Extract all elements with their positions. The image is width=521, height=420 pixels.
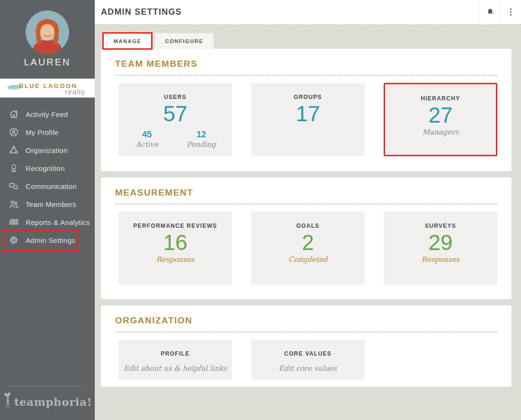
avatar <box>26 10 69 54</box>
section-measurement: MEASUREMENT PERFORMANCE REVIEWS 16 Respo… <box>101 178 512 299</box>
tab-label: CONFIGURE <box>165 38 203 44</box>
brand-tagline: realty <box>65 88 85 96</box>
card-value: 2 <box>251 231 365 254</box>
card-performance-reviews[interactable]: PERFORMANCE REVIEWS 16 Responses <box>118 212 232 285</box>
sidebar-item-recognition[interactable]: Recognition <box>0 159 95 177</box>
section-title: MEASUREMENT <box>115 188 193 198</box>
tab-manage[interactable]: MANAGE <box>102 32 153 50</box>
sidebar-item-label: Team Members <box>26 200 76 208</box>
stat-label: Active <box>135 140 159 149</box>
team-members-icon <box>8 198 19 210</box>
card-row: USERS 57 45 Active 12 Pending GROUPS 17 <box>118 83 497 156</box>
card-row: PERFORMANCE REVIEWS 16 Responses GOALS 2… <box>118 212 497 285</box>
card-value: 27 <box>385 104 496 126</box>
section-title: TEAM MEMBERS <box>115 59 198 69</box>
sidebar-item-organization[interactable]: Organization <box>0 141 95 159</box>
card-hierarchy[interactable]: HIERARCHY 27 Managers <box>384 83 497 156</box>
more-options-button[interactable] <box>500 0 521 24</box>
dotted-divider <box>115 75 497 76</box>
stat-pending: 12 Pending <box>187 130 216 149</box>
sidebar-item-label: Admin Settings <box>26 236 75 244</box>
stat-value: 12 <box>187 130 216 140</box>
card-value: 29 <box>384 231 497 254</box>
section-organization: ORGANIZATION PROFILE Edit about us & hel… <box>101 305 512 387</box>
card-title: PERFORMANCE REVIEWS <box>118 212 232 229</box>
section-team-members: TEAM MEMBERS USERS 57 45 Active 12 Pendi… <box>101 49 512 171</box>
tab-label: MANAGE <box>114 38 142 44</box>
sidebar-nav: Activity Feed My Profile <box>0 105 95 249</box>
sidebar-item-label: My Profile <box>26 128 59 136</box>
card-title: HIERARCHY <box>385 84 496 102</box>
sidebar-divider <box>9 386 85 386</box>
stat-label: Pending <box>187 140 216 149</box>
section-title: ORGANIZATION <box>115 315 192 326</box>
card-core-values[interactable]: CORE VALUES Edit core values <box>251 340 365 380</box>
stat-active: 45 Active <box>135 130 159 149</box>
card-profile[interactable]: PROFILE Edit about us & helpful links <box>118 340 232 380</box>
avatar-illustration <box>26 10 69 54</box>
tab-configure[interactable]: CONFIGURE <box>155 33 214 49</box>
page-title: ADMIN SETTINGS <box>101 7 182 17</box>
admin-settings-page: LAUREN BLUE LAGOON realty Activity Feed <box>0 0 521 420</box>
card-stats: 45 Active 12 Pending <box>118 130 232 149</box>
card-groups[interactable]: GROUPS 17 <box>251 83 365 156</box>
profile-icon <box>8 126 19 138</box>
card-value: 17 <box>251 102 365 125</box>
brand-logo: BLUE LAGOON realty <box>0 79 95 98</box>
dotted-divider <box>115 331 497 332</box>
card-title: CORE VALUES <box>251 340 365 357</box>
sidebar-item-label: Reports & Analytics <box>26 218 90 226</box>
card-value: 16 <box>118 231 232 254</box>
app-logo: teamphoria! <box>0 395 95 408</box>
card-row: PROFILE Edit about us & helpful links CO… <box>118 340 365 380</box>
kebab-menu-icon <box>510 9 512 16</box>
card-surveys[interactable]: SURVEYS 29 Responses <box>384 212 497 285</box>
teamphoria-mascot-icon <box>3 392 13 408</box>
card-sublabel: Edit core values <box>251 364 365 373</box>
card-value: 57 <box>118 102 232 125</box>
sidebar-item-team-members[interactable]: Team Members <box>0 195 95 213</box>
sidebar-item-reports-analytics[interactable]: Reports & Analytics <box>0 213 95 231</box>
card-title: USERS <box>118 83 232 100</box>
card-title: GOALS <box>251 212 365 229</box>
bar-chart-icon <box>8 216 19 228</box>
user-name: LAUREN <box>0 57 95 68</box>
header-actions <box>479 0 521 24</box>
card-sublabel: Completed <box>251 255 365 264</box>
stat-value: 45 <box>135 130 159 140</box>
home-icon <box>8 108 19 120</box>
sidebar-item-label: Organization <box>26 146 68 154</box>
card-sublabel: Managers <box>385 128 496 136</box>
card-sublabel: Responses <box>118 255 232 264</box>
card-title: SURVEYS <box>384 212 497 229</box>
sidebar-item-label: Activity Feed <box>26 110 68 118</box>
sidebar-item-communication[interactable]: Communication <box>0 177 95 195</box>
sidebar-item-label: Recognition <box>26 164 65 172</box>
dotted-divider <box>115 204 497 205</box>
sidebar-item-activity-feed[interactable]: Activity Feed <box>0 105 95 123</box>
communication-icon <box>8 180 19 192</box>
app-logo-text: teamphoria! <box>14 395 92 408</box>
card-sublabel: Responses <box>384 255 497 264</box>
card-title: PROFILE <box>118 340 232 357</box>
bell-icon <box>485 8 495 17</box>
sidebar: LAUREN BLUE LAGOON realty Activity Feed <box>0 0 95 420</box>
header: ADMIN SETTINGS <box>95 0 521 25</box>
recognition-icon <box>8 162 19 174</box>
card-users[interactable]: USERS 57 45 Active 12 Pending <box>118 83 232 156</box>
organization-icon <box>8 144 19 156</box>
gear-icon <box>8 234 19 246</box>
card-sublabel: Edit about us & helpful links <box>118 364 232 373</box>
card-goals[interactable]: GOALS 2 Completed <box>251 212 365 285</box>
card-title: GROUPS <box>251 83 365 100</box>
sidebar-item-label: Communication <box>26 182 77 190</box>
sidebar-item-my-profile[interactable]: My Profile <box>0 123 95 141</box>
notifications-button[interactable] <box>479 0 500 24</box>
sidebar-item-admin-settings[interactable]: Admin Settings <box>0 231 95 249</box>
